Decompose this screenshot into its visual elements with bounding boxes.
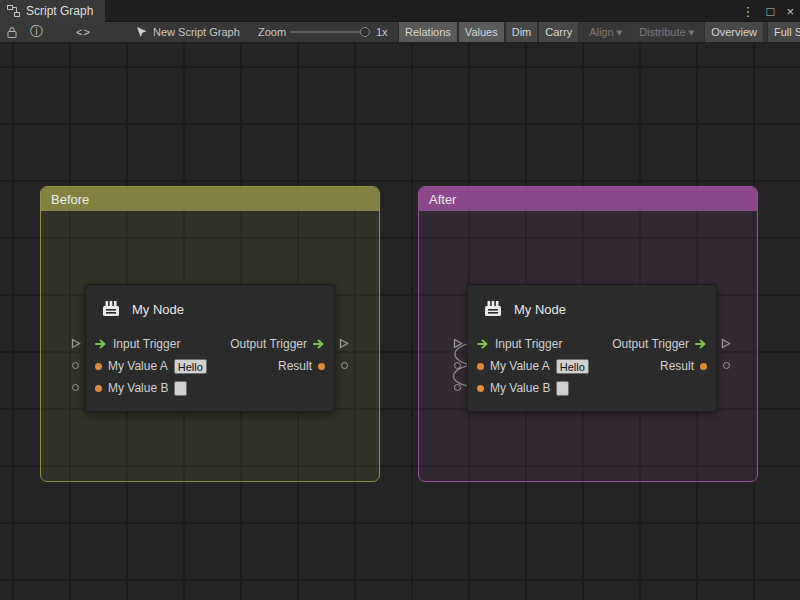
- value-b-input[interactable]: [556, 381, 569, 396]
- graph-asset-icon: [136, 26, 147, 38]
- graph-toolbar: ⓘ <> New Script Graph Zoom 1x Relations: [0, 22, 800, 43]
- trigger-row: Input Trigger Output Trigger: [468, 333, 716, 355]
- flow-machine-icon: [100, 298, 122, 320]
- value-b-row: My Value B: [468, 377, 716, 399]
- value-a-port[interactable]: [477, 363, 484, 370]
- output-trigger-label: Output Trigger: [612, 337, 689, 351]
- node-my-node-before[interactable]: My Node Input Trigger Output Trigger My …: [85, 284, 335, 412]
- value-b-input[interactable]: [174, 381, 187, 396]
- window-menu-icon[interactable]: ⋮: [742, 4, 755, 19]
- zoom-label: Zoom: [258, 22, 286, 42]
- toolbar-buttons: Relations Values Dim Carry Align ▾ Distr…: [398, 22, 800, 42]
- output-trigger-label: Output Trigger: [230, 337, 307, 351]
- graph-canvas[interactable]: Before After My: [0, 43, 800, 600]
- input-trigger-port[interactable]: [95, 339, 107, 349]
- node-my-node-after[interactable]: My Node Input Trigger Output Trigger My …: [467, 284, 717, 412]
- tab-strip: Script Graph ⋮ □ ×: [0, 0, 800, 22]
- graph-selector[interactable]: New Script Graph: [136, 22, 240, 42]
- tab-script-graph[interactable]: Script Graph: [0, 0, 105, 22]
- value-b-port[interactable]: [95, 385, 102, 392]
- info-icon[interactable]: ⓘ: [30, 22, 43, 42]
- value-a-input[interactable]: Hello: [174, 359, 207, 374]
- result-label: Result: [278, 359, 312, 373]
- output-trigger-port[interactable]: [313, 339, 325, 349]
- chevron-down-icon: ▾: [617, 26, 623, 39]
- external-trigger-in-port[interactable]: [71, 338, 81, 349]
- zoom-slider-knob[interactable]: [360, 27, 370, 37]
- external-trigger-out-port[interactable]: [339, 338, 349, 349]
- input-trigger-label: Input Trigger: [113, 337, 180, 351]
- trigger-row: Input Trigger Output Trigger: [86, 333, 334, 355]
- value-b-port[interactable]: [477, 385, 484, 392]
- script-graph-window: Script Graph ⋮ □ × ⓘ <> New Script Graph: [0, 0, 800, 600]
- input-trigger-label: Input Trigger: [495, 337, 562, 351]
- graph-name: New Script Graph: [153, 26, 240, 38]
- script-graph-icon: [7, 5, 20, 17]
- result-port[interactable]: [318, 363, 325, 370]
- output-trigger-port[interactable]: [695, 339, 707, 349]
- chevron-down-icon: ▾: [689, 26, 695, 39]
- maximize-icon[interactable]: □: [767, 4, 775, 19]
- result-label: Result: [660, 359, 694, 373]
- flow-machine-icon: [482, 298, 504, 320]
- overview-button[interactable]: Overview: [704, 22, 764, 42]
- external-value-b-port[interactable]: [72, 384, 79, 391]
- result-port[interactable]: [700, 363, 707, 370]
- tab-title: Script Graph: [26, 4, 93, 18]
- external-value-b-port[interactable]: [454, 384, 461, 391]
- window-controls: ⋮ □ ×: [742, 0, 794, 22]
- input-trigger-port[interactable]: [477, 339, 489, 349]
- distribute-dropdown[interactable]: Distribute ▾: [632, 22, 701, 42]
- external-value-a-port[interactable]: [454, 362, 461, 369]
- group-before-header[interactable]: Before: [41, 187, 379, 211]
- group-title: Before: [51, 192, 89, 207]
- external-result-port[interactable]: [723, 362, 730, 369]
- close-icon[interactable]: ×: [786, 4, 794, 19]
- fullscreen-button[interactable]: Full Screen: [767, 22, 800, 42]
- carry-button[interactable]: Carry: [538, 22, 579, 42]
- external-result-port[interactable]: [341, 362, 348, 369]
- value-b-label: My Value B: [490, 381, 550, 395]
- value-a-row: My Value A Hello Result: [468, 355, 716, 377]
- value-a-input[interactable]: Hello: [556, 359, 589, 374]
- value-a-port[interactable]: [95, 363, 102, 370]
- value-a-label: My Value A: [108, 359, 168, 373]
- external-value-a-port[interactable]: [72, 362, 79, 369]
- zoom-slider-track[interactable]: [290, 31, 368, 33]
- values-button[interactable]: Values: [458, 22, 505, 42]
- node-title: My Node: [132, 302, 184, 317]
- zoom-value: 1x: [376, 22, 388, 42]
- value-b-label: My Value B: [108, 381, 168, 395]
- external-trigger-out-port[interactable]: [721, 338, 731, 349]
- node-header[interactable]: My Node: [86, 285, 334, 333]
- value-a-row: My Value A Hello Result: [86, 355, 334, 377]
- group-title: After: [429, 192, 456, 207]
- group-after-header[interactable]: After: [419, 187, 757, 211]
- node-title: My Node: [514, 302, 566, 317]
- lock-icon[interactable]: [7, 22, 17, 42]
- align-dropdown[interactable]: Align ▾: [582, 22, 629, 42]
- node-header[interactable]: My Node: [468, 285, 716, 333]
- external-trigger-in-port[interactable]: [453, 338, 463, 349]
- value-b-row: My Value B: [86, 377, 334, 399]
- dim-button[interactable]: Dim: [505, 22, 539, 42]
- value-a-label: My Value A: [490, 359, 550, 373]
- relations-button[interactable]: Relations: [398, 22, 458, 42]
- code-icon[interactable]: <>: [76, 22, 91, 42]
- zoom-slider[interactable]: [290, 22, 368, 42]
